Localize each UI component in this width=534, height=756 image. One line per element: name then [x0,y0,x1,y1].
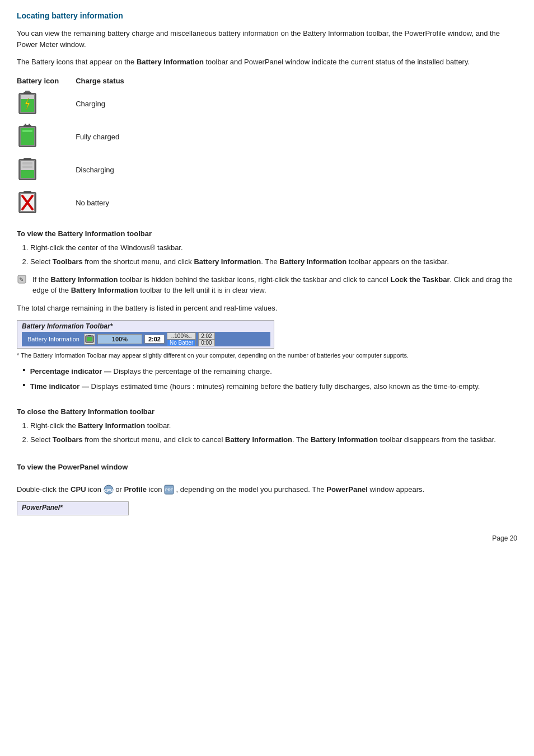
note-bell-icon: ✎ [17,273,29,285]
toolbar-battery-time-readings: 2:02 0:00 [198,332,214,346]
toolbar-time-bottom: 0:00 [198,339,214,346]
view-toolbar-heading: To view the Battery Information toolbar [17,229,517,238]
svg-text:PRF: PRF [165,488,174,492]
close-step-1: Right-click the Battery Information tool… [30,420,517,431]
battery-status-table: Battery icon Charge status Charg [17,74,141,219]
close-toolbar-heading: To close the Battery Information toolbar [17,407,517,416]
powerpanel-heading: To view the PowerPanel window [17,463,517,471]
powerpanel-preview-box: PowerPanel* [17,501,129,515]
toolbar-preview-content: Battery Information 100% 2:02 ..100%.. N… [22,332,270,346]
toolbar-percent-display: 100% [97,334,142,344]
svg-rect-5 [25,91,30,92]
table-row: Fully charged [17,120,141,153]
total-charge-text: The total charge remaining in the batter… [17,303,517,314]
table-row: Charging [17,87,141,120]
bullet-percentage-text: Percentage indicator — Displays the perc… [30,366,272,377]
powerpanel-preview-title: PowerPanel* [22,504,125,511]
intro-paragraph-2: The Battery icons that appear on the Bat… [17,57,517,68]
toolbar-preview-title: Battery Information Toolbar* [22,322,270,330]
svg-rect-17 [22,166,32,168]
charging-icon [17,91,38,115]
toolbar-time-display: 2:02 [144,335,165,344]
bullet-percentage: ▪ Percentage indicator — Displays the pe… [22,366,517,377]
discharging-icon [17,157,38,181]
toolbar-battery-readings: ..100%.. No Batter [167,332,196,346]
svg-rect-11 [22,130,32,132]
svg-rect-16 [22,162,32,165]
col-battery-icon: Battery icon [17,74,76,87]
charge-status-charging: Charging [76,87,141,120]
table-row: Discharging [17,153,141,186]
battery-info-bold: Battery Information [137,58,204,66]
svg-rect-15 [21,170,34,178]
note-icon: ✎ [17,273,29,290]
svg-rect-27 [87,337,92,341]
powerpanel-desc: Double-click the CPU icon CPU or Profile… [17,484,517,495]
svg-text:CPU: CPU [104,488,113,493]
bullet-mark-2: ▪ [22,380,26,390]
bullet-time-text: Time indicator — Displays estimated time… [30,381,480,392]
close-step-2: Select Toolbars from the shortcut menu, … [30,434,517,445]
page-title: Locating battery information [17,11,517,20]
no-battery-icon [17,190,38,214]
bullet-mark-1: ▪ [22,365,26,375]
charge-status-no-battery: No battery [76,186,141,219]
note-box-1: ✎ If the Battery Information toolbar is … [17,274,517,296]
toolbar-footnote: * The Battery Information Toolbar may ap… [17,351,517,360]
toolbar-battery-small-icon [84,334,95,345]
svg-text:✎: ✎ [19,276,24,283]
profile-icon: PRF [164,485,174,495]
svg-rect-10 [29,124,30,126]
charge-status-discharging: Discharging [76,153,141,186]
intro-paragraph-1: You can view the remaining battery charg… [17,28,517,50]
page-number: Page 20 [17,534,517,542]
view-toolbar-steps: Right-click the center of the Windows® t… [30,242,517,267]
bullet-time: ▪ Time indicator — Displays estimated ti… [22,381,517,392]
cpu-icon: CPU [104,485,114,495]
battery-toolbar-preview-box: Battery Information Toolbar* Battery Inf… [17,320,274,349]
close-toolbar-steps: Right-click the Battery Information tool… [30,420,517,445]
note-text-1: If the Battery Information toolbar is hi… [32,274,517,296]
fully-charged-icon [17,124,38,148]
toolbar-preview-label: Battery Information [25,335,82,343]
step-1: Right-click the center of the Windows® t… [30,242,517,253]
step-2: Select Toolbars from the shortcut menu, … [30,256,517,267]
toolbar-batt-bottom: No Batter [167,339,196,346]
svg-rect-9 [25,124,26,126]
col-charge-status: Charge status [76,74,141,87]
charge-status-fully-charged: Fully charged [76,120,141,153]
table-row: No battery [17,186,141,219]
